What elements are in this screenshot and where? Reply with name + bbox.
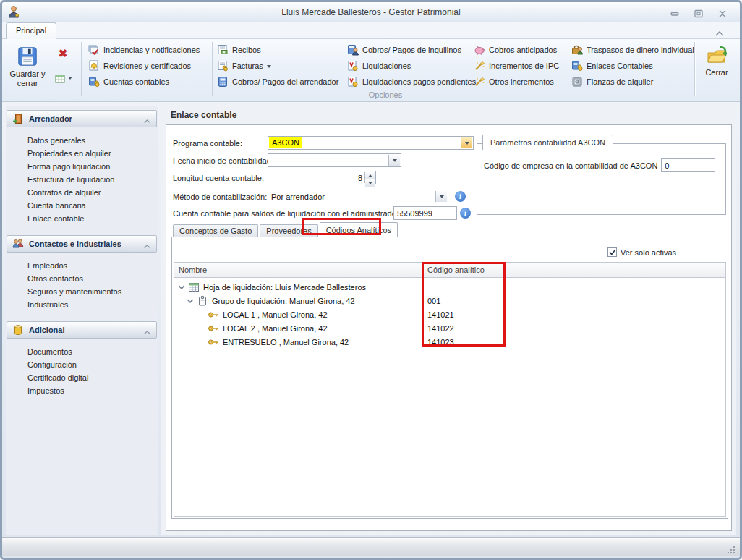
receipt-icon [217,44,229,56]
revisions-button[interactable]: Revisiones y certificados [88,59,191,72]
tree-row[interactable]: Hoja de liquidación: Lluis Mercade Balle… [174,280,725,294]
tab-proveedores[interactable]: Proveedores [260,224,317,237]
programa-contable-label: Programa contable: [173,139,268,148]
chevron-down-icon[interactable] [177,283,186,292]
metodo-contabilizacion-label: Método de contabilización: [173,192,268,201]
sidebar-item-forma-pago-liquidacion[interactable]: Forma pago liquidación [6,160,158,173]
sidebar-group-arrendador[interactable]: Arrendador [7,110,157,127]
sidebar-item-certificado-digital[interactable]: Certificado digital [6,371,158,384]
codigo-empresa-value: 0 [662,161,669,170]
receipts-button[interactable]: Recibos [217,43,261,56]
metodo-contabilizacion-combobox[interactable]: Por arrendador [268,190,448,203]
other-increase-button[interactable]: Otros incrementos [474,75,554,88]
book-coins-icon [88,76,100,88]
minimize-button[interactable] [669,8,681,17]
longitud-cuenta-spinner[interactable]: 8 [268,171,376,184]
tab-conceptos-de-gasto[interactable]: Conceptos de Gasto [173,224,258,237]
collapse-ribbon-icon[interactable] [715,27,725,33]
tab-codigos-analiticos[interactable]: Códigos Analíticos [320,222,398,237]
close-view-button[interactable]: Cerrar [696,42,737,94]
safe-icon [571,76,583,88]
sidebar-item-documentos[interactable]: Documentos [6,345,158,358]
restore-button[interactable] [693,8,704,17]
briefcase-person-icon [571,44,583,56]
incidents-button[interactable]: Incidencias y notificaciones [88,43,200,56]
close-button[interactable] [717,8,728,17]
spin-down-button[interactable] [365,179,375,187]
sidebar-item-cuenta-bancaria[interactable]: Cuenta bancaria [6,199,158,212]
sidebar-item-contratos-de-alquiler[interactable]: Contratos de alquiler [6,186,158,199]
statusbar [2,537,740,556]
key-icon [208,336,219,348]
resize-grip[interactable] [727,544,735,553]
sidebar-group-adicional[interactable]: Adicional [7,321,157,339]
calculator-icon [217,76,229,88]
cuenta-saldos-input[interactable]: 55509999 [393,206,457,220]
column-header-codigo-analitico[interactable]: Código analítico [423,263,725,277]
rental-deposits-button[interactable]: Fianzas de alquiler [571,75,653,88]
fecha-inicio-combobox[interactable] [268,153,401,167]
titlebar: Lluis Mercade Ballesteros - Gestor Patri… [2,2,740,22]
sidebar-item-datos-generales[interactable]: Datos generales [6,134,158,147]
cuenta-saldos-label: Cuenta contable para saldos de liquidaci… [173,209,398,218]
pending-settlements-button[interactable]: Liquidaciones pagos pendientes [347,75,476,88]
detail-tabs: Conceptos de Gasto Proveedores Códigos A… [173,223,398,237]
longitud-cuenta-value: 8 [358,174,362,182]
ribbon-tab-principal[interactable]: Principal [6,22,56,39]
tree-row[interactable]: Grupo de liquidación: Manuel Girona, 42 … [174,294,725,307]
chevron-down-icon[interactable] [388,155,400,166]
sidebar-item-impuestos[interactable]: Impuestos [6,384,158,397]
settlement-icon [347,60,359,72]
sidebar-item-configuracion[interactable]: Configuración [6,358,158,371]
column-header-nombre[interactable]: Nombre [174,263,423,277]
chevron-down-icon[interactable] [461,137,472,148]
analytic-codes-tree: Hoja de liquidación: Lluis Mercade Balle… [174,278,725,349]
sidebar-item-industriales[interactable]: Industriales [6,298,158,311]
sidebar-group-contactos[interactable]: Contactos e industriales [7,235,157,253]
settlements-button[interactable]: Liquidaciones [347,59,411,72]
door-icon [12,113,24,124]
sidebar-item-empleados[interactable]: Empleados [6,259,158,272]
save-and-close-button[interactable]: Guardar y cerrar [7,42,48,94]
accounting-links-button[interactable]: Enlaces Contables [571,59,653,72]
ver-solo-activas-checkbox[interactable]: Ver solo activas [607,247,676,257]
ribbon-separator [212,42,213,96]
chevron-down-icon[interactable] [435,191,447,202]
key-icon [208,323,219,334]
landlord-payments-button[interactable]: Cobros/ Pagos del arrendador [217,75,338,88]
info-icon[interactable]: i [460,208,471,219]
sidebar-item-enlace-contable[interactable]: Enlace contable [6,212,158,225]
checkbox-checked-icon[interactable] [607,247,617,257]
tenant-payments-button[interactable]: Cobros/ Pagos de inquilinos [347,43,461,56]
invoices-button[interactable]: Facturas [217,59,271,72]
metodo-contabilizacion-value: Por arrendador [268,192,325,201]
accounting-links-label: Enlaces Contables [587,61,653,70]
ledger-accounts-label: Cuentas contables [103,77,169,86]
spin-up-button[interactable] [365,172,375,179]
info-icon[interactable]: i [455,191,466,202]
tree-row[interactable]: LOCAL 2 , Manuel Girona, 42 141022 [174,321,725,335]
other-increase-label: Otros incrementos [489,77,554,86]
codigo-empresa-input[interactable]: 0 [661,158,715,172]
page-title: Enlace contable [171,110,236,120]
programa-contable-combobox[interactable]: A3CON [268,136,474,150]
tree-row[interactable]: ENTRESUELO , Manuel Girona, 42 141023 [174,335,725,349]
tree-row[interactable]: LOCAL 1 , Manuel Girona, 42 141021 [174,307,725,321]
delete-button[interactable]: ✖ [54,45,72,62]
money-transfer-button[interactable]: Traspasos de dinero individual [571,43,694,56]
advance-collections-button[interactable]: Cobros anticipados [474,43,557,56]
analytic-codes-grid: Nombre Código analítico Hoja de liquidac… [174,262,726,517]
tree-row-label: Grupo de liquidación: Manuel Girona, 42 [212,297,355,305]
sidebar-item-seguros-y-mantenimientos[interactable]: Seguros y mantenimientos [6,285,158,298]
save-and-close-label: Guardar y cerrar [7,69,48,88]
chevron-down-icon[interactable] [186,297,195,305]
ipc-increase-button[interactable]: Incrementos de IPC [474,59,559,72]
pending-settlements-label: Liquidaciones pagos pendientes [362,77,476,86]
book-coins-icon [571,60,583,72]
ledger-accounts-button[interactable]: Cuentas contables [88,75,169,88]
magic-wand-icon [474,76,485,88]
grid-dropdown-button[interactable] [50,69,77,85]
sidebar-item-otros-contactos[interactable]: Otros contactos [6,272,158,285]
sidebar-item-propiedades-en-alquiler[interactable]: Propiedades en alquiler [6,147,158,160]
sidebar-item-estructura-de-liquidacion[interactable]: Estructura de liquidación [6,173,158,186]
